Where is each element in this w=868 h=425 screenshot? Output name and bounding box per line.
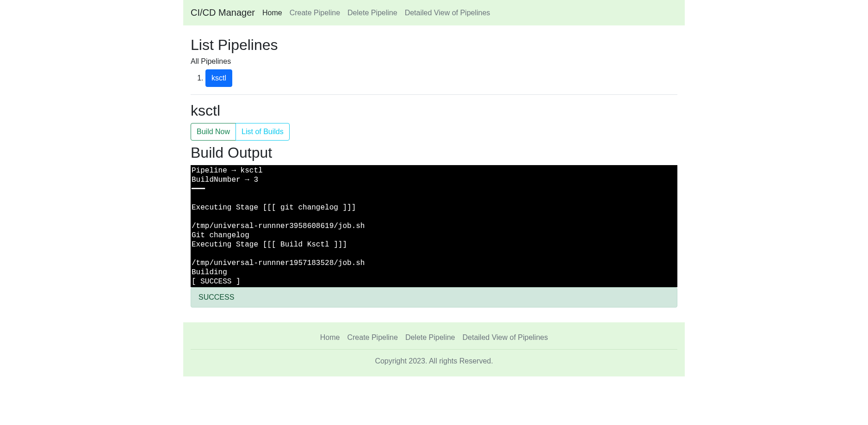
- status-badge: SUCCESS: [191, 287, 677, 308]
- footer: Home Create Pipeline Delete Pipeline Det…: [183, 322, 685, 376]
- build-output-title: Build Output: [191, 144, 677, 161]
- navbar-nav: Home Create Pipeline Delete Pipeline Det…: [262, 9, 490, 17]
- nav-link-delete-pipeline[interactable]: Delete Pipeline: [347, 5, 397, 20]
- nav-link-create-pipeline[interactable]: Create Pipeline: [290, 5, 340, 20]
- main-container: List Pipelines All Pipelines ksctl ksctl…: [183, 25, 685, 315]
- list-pipelines-title: List Pipelines: [191, 37, 677, 54]
- pipeline-actions: Build Now List of Builds: [191, 123, 290, 141]
- footer-nav: Home Create Pipeline Delete Pipeline Det…: [191, 333, 677, 342]
- top-navbar: CI/CD Manager Home Create Pipeline Delet…: [183, 0, 685, 25]
- list-item: ksctl: [205, 69, 677, 87]
- nav-link-home[interactable]: Home: [262, 5, 282, 20]
- build-now-button[interactable]: Build Now: [191, 123, 236, 141]
- pipeline-link-ksctl[interactable]: ksctl: [205, 69, 232, 87]
- footer-link-delete-pipeline[interactable]: Delete Pipeline: [405, 333, 455, 341]
- selected-pipeline-title: ksctl: [191, 102, 677, 119]
- nav-link-detailed-view[interactable]: Detailed View of Pipelines: [405, 5, 490, 20]
- list-pipelines-subtitle: All Pipelines: [191, 57, 677, 66]
- footer-link-detailed-view[interactable]: Detailed View of Pipelines: [463, 333, 548, 341]
- footer-link-home[interactable]: Home: [320, 333, 340, 341]
- list-builds-button[interactable]: List of Builds: [236, 123, 290, 141]
- divider: [191, 94, 677, 95]
- footer-link-create-pipeline[interactable]: Create Pipeline: [347, 333, 397, 341]
- navbar-brand[interactable]: CI/CD Manager: [191, 4, 255, 22]
- footer-divider: [191, 349, 677, 350]
- copyright-text: Copyright 2023. All rights Reserved.: [191, 357, 677, 365]
- build-output-console: Pipeline → ksctl BuildNumber → 3 ━━━ Exe…: [191, 165, 677, 287]
- pipelines-list: ksctl: [191, 69, 677, 87]
